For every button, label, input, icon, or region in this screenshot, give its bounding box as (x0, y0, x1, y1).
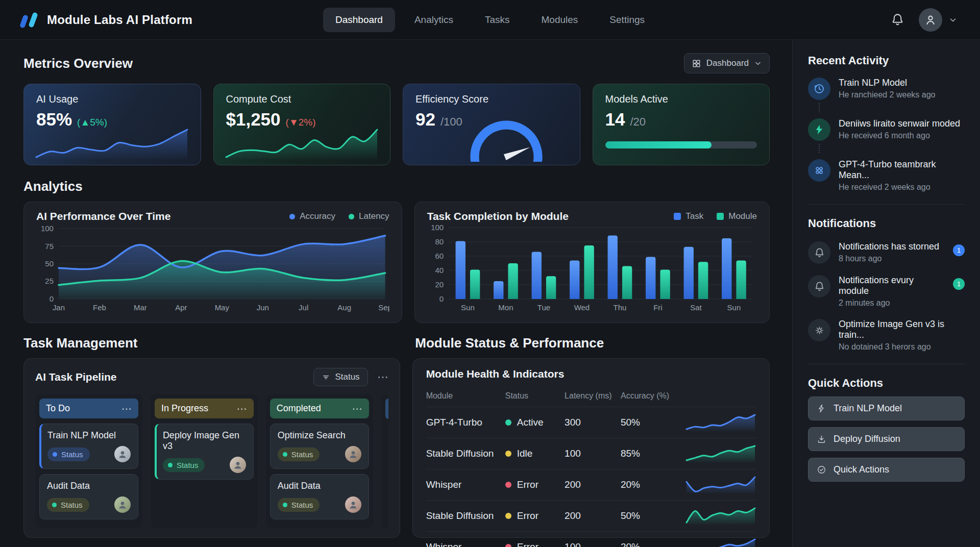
status-pill: Status (278, 447, 320, 461)
grid-icon (692, 59, 701, 68)
status-cell: Error (505, 541, 565, 547)
unread-badge: 1 (953, 278, 965, 290)
metric-card-models-active[interactable]: Models Active 14 /20 (593, 84, 770, 165)
task-card[interactable]: Audit Data Status (39, 474, 138, 519)
metric-suffix: /100 (440, 115, 462, 129)
status-dot (53, 452, 57, 457)
divider (808, 204, 965, 205)
kanban-column-partial (381, 394, 388, 528)
quick-action-deploy-diffusion-button[interactable]: Deploy Diffusion (808, 427, 965, 451)
activity-item[interactable]: GPT-4-Turbo teambrark Mean... He receive… (808, 159, 965, 192)
task-card[interactable]: Train NLP Model Status (39, 424, 138, 469)
kanban-column-completed: Completed ⋯ Optimize Search Status (266, 394, 373, 528)
check-circle-icon (817, 465, 826, 475)
task-completion-chart-card: Task Completion by Module Task Module (414, 202, 770, 323)
nav-tab-analytics[interactable]: Analytics (402, 8, 465, 32)
status-dot (168, 463, 173, 467)
app-header: Module Labs AI Platform Dashboard Analyt… (0, 0, 980, 40)
metric-card-ai-usage[interactable]: AI Usage 85% (▲5%) (23, 84, 201, 165)
recent-activity-title: Recent Activity (808, 54, 965, 67)
assignee-avatar (345, 446, 361, 462)
legend-dot (289, 214, 295, 219)
accuracy-value: 50% (621, 510, 680, 521)
nav-tab-modules[interactable]: Modules (529, 8, 591, 32)
status-cell: Active (505, 417, 565, 428)
table-row[interactable]: Whisper Error 100 20% (426, 532, 756, 547)
column-more-button[interactable]: ⋯ (237, 404, 247, 414)
assignee-avatar (230, 457, 246, 473)
latency-value: 200 (565, 510, 621, 521)
task-pipeline-panel: AI Task Pipeline Status ⋯ (23, 358, 400, 538)
status-dot (505, 544, 511, 547)
nav-tab-tasks[interactable]: Tasks (473, 8, 522, 32)
module-name: Whisper (426, 479, 505, 490)
status-dot (505, 513, 511, 519)
user-menu-button[interactable] (919, 8, 958, 32)
svg-text:Feb: Feb (93, 303, 106, 312)
person-icon (348, 449, 358, 459)
accuracy-value: 85% (621, 448, 680, 459)
accuracy-value: 20% (621, 541, 680, 547)
task-card[interactable]: Optimize Search Status (270, 424, 369, 469)
task-card[interactable]: Audit Data Status (270, 474, 369, 519)
notification-item[interactable]: Optimize Image Gen v3 is train... No dot… (808, 319, 965, 352)
latency-value: 200 (565, 479, 621, 490)
bell-icon (814, 281, 825, 292)
metric-card-efficiency-score[interactable]: Efficiency Score 92 /100 (403, 84, 580, 165)
module-health-panel: Module Health & Indicators Module Status… (412, 358, 770, 538)
svg-text:40: 40 (435, 266, 444, 275)
table-row[interactable]: Stable Diffusion Idle 100 85% (426, 438, 756, 469)
chart-title: AI Performance Over Time (36, 210, 170, 222)
metrics-section-title: Metrics Overview (23, 56, 133, 71)
bell-icon (814, 247, 825, 259)
kanban-column-todo: To Do ⋯ Train NLP Model Status (35, 394, 142, 528)
activity-item[interactable]: Deniiws liraito senwair moded He receive… (808, 118, 965, 141)
column-more-button[interactable]: ⋯ (121, 404, 132, 414)
accuracy-value: 20% (621, 479, 680, 490)
legend-task: Task (674, 211, 703, 221)
table-row[interactable]: GPT-4-Turbo Active 300 50% (426, 407, 756, 438)
notifications-title: Notifications (808, 217, 965, 230)
kanban-board: To Do ⋯ Train NLP Model Status (35, 394, 388, 528)
nav-tab-settings[interactable]: Settings (597, 8, 657, 32)
status-pill: Status (278, 498, 320, 512)
table-header-row: Module Status Latency (ms) Accuracy (%) (426, 387, 756, 407)
activity-item[interactable]: Train NLP Model He ranchieed 2 weeks ago (808, 78, 965, 100)
module-icon (813, 164, 825, 177)
svg-text:Wed: Wed (574, 303, 590, 312)
notification-item[interactable]: Notifications has storned 8 hours ago 1 (808, 241, 965, 264)
svg-text:Jun: Jun (257, 303, 269, 312)
notifications-bell-button[interactable] (891, 13, 904, 27)
table-row[interactable]: Stable Diffusion Error 200 50% (426, 501, 756, 532)
notification-item[interactable]: Notifications evury module 2 minutes ago… (808, 275, 965, 308)
dashboard-view-label: Dashboard (706, 58, 749, 68)
column-more-button[interactable]: ⋯ (352, 404, 362, 414)
sparkline-chart (685, 444, 756, 463)
assignee-avatar (114, 496, 131, 513)
svg-text:Sat: Sat (690, 303, 702, 312)
trend-up-label: (▲5%) (77, 117, 107, 128)
status-pill: Status (163, 458, 205, 472)
timeline-connector (819, 103, 965, 112)
main-content: Metrics Overview Dashboard AI (0, 40, 792, 547)
task-card[interactable]: Deploy Image Gen v3 Status (155, 424, 254, 480)
performance-chart-card: AI Performance Over Time Accuracy Latenc… (23, 202, 402, 323)
table-row[interactable]: Whisper Error 200 20% (426, 469, 756, 501)
module-health-title: Module Health & Indicators (426, 368, 565, 380)
svg-text:25: 25 (45, 277, 54, 285)
tasks-section-title: Task Management (23, 335, 403, 351)
dashboard-view-dropdown[interactable]: Dashboard (684, 53, 770, 73)
status-dot (505, 451, 511, 457)
status-dot (505, 482, 511, 488)
quick-actions-title: Quick Actions (808, 377, 965, 390)
progress-bar (605, 141, 757, 148)
metric-card-compute-cost[interactable]: Compute Cost $1,250 (▼2%) (213, 84, 391, 165)
nav-tab-dashboard[interactable]: Dashboard (323, 8, 395, 32)
module-health-table: Module Status Latency (ms) Accuracy (%) … (426, 387, 756, 547)
quick-action-quick-actions-button[interactable]: Quick Actions (808, 458, 965, 482)
pipeline-more-button[interactable]: ⋯ (377, 371, 388, 383)
progress-fill (605, 141, 712, 148)
quick-action-train-nlp-button[interactable]: Train NLP Model (808, 396, 965, 420)
status-filter-button[interactable]: Status (313, 368, 368, 386)
unread-badge: 1 (953, 244, 965, 256)
